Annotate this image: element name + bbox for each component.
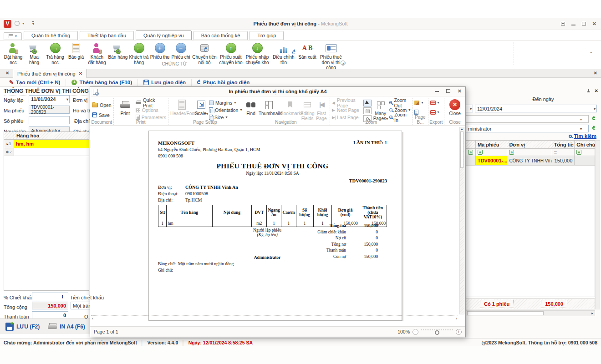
group-collapse-icon[interactable]: ◢ (341, 61, 346, 66)
tab-thiet-lap-ban-dau[interactable]: Thiết lập ban đầu (80, 31, 134, 40)
tab-quan-ly-nghiep-vu[interactable]: Quản lý nghiệp vụ (136, 30, 192, 40)
items-grid: Hàng hóa ▸1 hm, hm ✱ -: (4, 131, 89, 291)
scale-button[interactable]: ⇲ Scale▾ (195, 98, 208, 116)
export-document-button[interactable]: ▾ (430, 100, 439, 106)
chevron-down-icon[interactable]: ▾ (580, 117, 582, 121)
dialog-title-bar[interactable]: In phiếu thuê đơn vị thi công khổ giấy A… (90, 87, 465, 96)
zoom-plus-icon[interactable]: + (456, 329, 462, 335)
ngay-lap-input[interactable]: 11/01/2024▾ (29, 95, 70, 103)
scrollbar-thumb[interactable] (460, 131, 463, 168)
refresh-icon[interactable] (592, 117, 596, 120)
ribbon-menu-button[interactable]: ▾ (4, 32, 22, 40)
document-tab[interactable]: Phiếu thuê đơn vị thi công ✕ (13, 69, 87, 78)
watermark-button[interactable]: ▾ (414, 100, 423, 106)
scroll-right-icon[interactable]: ▸ (591, 311, 595, 315)
chevron-down-icon[interactable]: ▾ (66, 97, 68, 101)
pin-icon[interactable] (586, 89, 591, 93)
scrollbar-thumb[interactable] (467, 311, 544, 315)
filter-equals-icon[interactable]: = (552, 149, 575, 156)
orientation-button[interactable]: Orientation▾ (209, 107, 242, 113)
cell-ma-phieu[interactable]: TDV00001-... (476, 156, 507, 165)
zoom-slider[interactable] (421, 329, 453, 334)
tab-bao-cao-thong-ke[interactable]: Báo cáo thống kê (194, 31, 248, 40)
minimize-icon[interactable] (571, 25, 576, 25)
filter-icon[interactable]: a (509, 150, 514, 155)
print-a4-button[interactable]: IN A4 (F6) (48, 323, 85, 330)
col-ghi-chu[interactable]: Ghi chú (575, 141, 595, 148)
hand-tool[interactable] (363, 107, 372, 114)
refresh-icon[interactable] (592, 126, 596, 130)
thumbnails-button[interactable]: Thumbnails (259, 98, 280, 116)
grid-cell-hang-hoa[interactable]: hm, hm (14, 140, 89, 148)
zoom-slider-thumb[interactable] (435, 330, 439, 335)
so-phieu-input[interactable] (29, 116, 70, 124)
thanh-toan-input[interactable]: 0 (32, 311, 68, 319)
col-ma-phieu[interactable]: Mã phiếu (476, 141, 507, 148)
dialog-maximize-icon[interactable] (446, 89, 450, 93)
hang-hoa-column-header[interactable]: Hàng hóa (14, 132, 89, 139)
search-button[interactable]: Tìm kiếm (569, 133, 596, 139)
export-pdf-button[interactable]: ▾ (430, 109, 439, 115)
grid-new-row[interactable]: ✱ -: (4, 148, 89, 156)
search-panel: ✕ Đến ngày ▾ 12/01/2024▾ ▾ ministrator▾ … (465, 86, 601, 338)
save-button[interactable]: LƯU (F2) (5, 323, 40, 331)
filter-combo-1[interactable]: ▾ (466, 115, 589, 123)
pointer-tool[interactable] (363, 100, 372, 106)
quick-print-button[interactable]: Quick Print (136, 100, 166, 106)
document-tab-close-icon[interactable]: ✕ (79, 71, 82, 76)
filter-icon[interactable]: a (478, 150, 483, 155)
open-button[interactable]: Open (92, 102, 112, 108)
tab-quan-tri-he-thong[interactable]: Quản trị hệ thống (24, 31, 78, 40)
save-document-button[interactable]: Save (92, 112, 112, 118)
tab-tro-giup[interactable]: Trợ giúp (250, 31, 284, 40)
tabstrip-close-left-icon[interactable]: ✕ (5, 71, 9, 76)
user-filter-combo[interactable]: ministrator▾ (466, 125, 589, 132)
den-ngay-input[interactable]: 12/01/2024▾ (475, 105, 597, 112)
preview-horizontal-scrollbar[interactable]: ‹› (91, 315, 458, 321)
col-don-vi[interactable]: Đơn vị (507, 141, 552, 148)
zoom-out-button[interactable]: −Zoom Out (389, 100, 410, 106)
scroll-right-icon[interactable]: › (456, 316, 457, 321)
zoom-minus-icon[interactable]: − (413, 329, 418, 335)
vertical-scrollbar[interactable] (595, 140, 600, 309)
cell-don-vi[interactable]: CÔNG TY TNHH Vĩnh An (507, 156, 552, 165)
preview-vertical-scrollbar[interactable]: ▲ (459, 127, 464, 314)
margins-button[interactable]: Margins▾ (209, 100, 242, 106)
dialog-status-bar: Page 1 of 1 100% − + (90, 326, 465, 337)
chevron-down-icon[interactable]: ▾ (470, 107, 472, 111)
restore-layout-button[interactable]: Phục hồi giao diện (192, 79, 255, 86)
filter-row[interactable]: a a a = a (466, 149, 595, 156)
restore-icon[interactable] (582, 22, 586, 25)
ribbon-collapse-icon[interactable]: ⌃ (589, 51, 593, 56)
print-button[interactable]: Print (116, 98, 135, 116)
close-icon[interactable]: ✕ (592, 21, 596, 26)
find-button[interactable]: Find (244, 98, 258, 116)
search-icon (569, 135, 572, 138)
grid-row-1[interactable]: ▸1 hm, hm (4, 140, 89, 148)
filter-icon[interactable]: a (468, 150, 473, 155)
panel-close-icon[interactable]: ✕ (595, 88, 598, 93)
new-button[interactable]: ✎Tạo mới (Ctrl + N) (4, 79, 66, 86)
close-preview-button[interactable]: ✕ Close (446, 98, 463, 116)
filter-icon[interactable]: a (576, 150, 581, 155)
invoice-company: MEKONGSOFT (158, 140, 387, 146)
save-layout-button[interactable]: Lưu giao diện (138, 79, 192, 86)
cell-tong-tien[interactable]: 150,000 (552, 156, 575, 165)
chevron-down-icon[interactable]: ▾ (580, 127, 582, 131)
dialog-minimize-icon[interactable] (435, 91, 439, 92)
horizontal-scrollbar[interactable]: ▸ (466, 310, 595, 316)
scroll-left-icon[interactable]: ‹ (92, 316, 93, 321)
ma-phieu-input[interactable]: TDV00001-290823 (29, 106, 70, 114)
cell-ghi-chu[interactable] (575, 156, 595, 165)
result-row[interactable]: TDV00001-... CÔNG TY TNHH Vĩnh An 150,00… (466, 156, 595, 166)
dialog-close-icon[interactable]: ✕ (458, 89, 462, 93)
window-style-icon[interactable] (561, 22, 565, 25)
invoice-addr-value: Tp.HCM (185, 197, 202, 202)
chevron-down-icon[interactable]: ▾ (594, 107, 596, 111)
tabstrip-close-right-icon[interactable]: ✕ (594, 71, 597, 76)
tu-ngay-combo-sliver[interactable]: ▾ (466, 105, 473, 112)
col-tong-tien[interactable]: Tổng tiền (552, 141, 575, 148)
many-pages-button[interactable]: Many Pages▾ (372, 98, 388, 121)
grid-cell-empty[interactable] (14, 148, 89, 156)
add-item-button[interactable]: +Thêm hàng hóa (F10) (66, 79, 138, 86)
